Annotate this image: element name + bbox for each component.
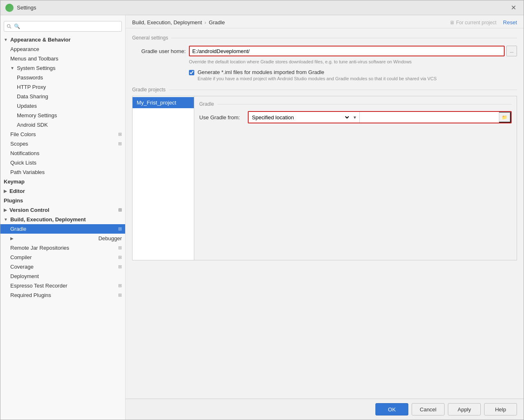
editor-collapse-icon: ▶	[4, 189, 7, 193]
build-label: Build, Execution, Deployment	[10, 216, 86, 223]
sidebar-item-path-variables[interactable]: Path Variables	[0, 167, 125, 177]
projects-list: My_Frist_project	[133, 96, 194, 260]
sidebar-item-http-proxy[interactable]: HTTP Proxy	[0, 82, 125, 92]
header-right: 🖥 For current project Reset	[449, 19, 517, 26]
gradle-user-home-browse-button[interactable]: ...	[506, 46, 517, 56]
sidebar-item-remote-jar[interactable]: Remote Jar Repositories ⊞	[0, 243, 125, 253]
dialog-body: ▼ Appearance & Behavior Appearance Menus…	[0, 15, 524, 420]
sidebar-item-compiler[interactable]: Compiler ⊞	[0, 253, 125, 262]
gradle-icon: ⊞	[118, 226, 122, 232]
help-button[interactable]: Help	[484, 403, 517, 415]
gradle-projects-section: Gradle projects My_Frist_project Gradle …	[132, 87, 517, 260]
sidebar-section-system-settings[interactable]: ▼ System Settings	[0, 63, 125, 73]
required-plugins-icon: ⊞	[118, 292, 122, 298]
sidebar-item-espresso[interactable]: Espresso Test Recorder ⊞	[0, 281, 125, 290]
use-gradle-from-select[interactable]: Specified location	[249, 112, 350, 123]
collapse-icon: ▼	[4, 37, 8, 42]
main-header: Build, Execution, Deployment › Gradle 🖥 …	[126, 15, 524, 28]
sidebar-item-updates[interactable]: Updates	[0, 101, 125, 111]
sidebar-section-keymap[interactable]: Keymap	[0, 177, 125, 186]
coverage-icon: ⊞	[118, 264, 122, 269]
compiler-icon: ⊞	[118, 255, 122, 260]
project-item[interactable]: My_Frist_project	[133, 97, 194, 108]
sidebar-item-appearance[interactable]: Appearance	[0, 44, 125, 54]
sidebar-item-quick-lists[interactable]: Quick Lists	[0, 158, 125, 167]
ok-button[interactable]: OK	[375, 403, 408, 415]
dropdown-arrow-icon: ▼	[350, 115, 359, 120]
cancel-button[interactable]: Cancel	[412, 403, 445, 415]
sidebar-item-data-sharing[interactable]: Data Sharing	[0, 92, 125, 101]
sidebar-item-debugger[interactable]: ▶ Debugger	[0, 234, 125, 243]
sidebar-section-system-settings-label: System Settings	[17, 65, 56, 71]
sidebar-item-memory-settings[interactable]: Memory Settings	[0, 111, 125, 120]
gradle-user-home-row: Gradle user home: ...	[132, 46, 517, 56]
sidebar-section-build[interactable]: ▼ Build, Execution, Deployment	[0, 215, 125, 224]
apply-button[interactable]: Apply	[448, 403, 481, 415]
reset-button[interactable]: Reset	[503, 19, 517, 26]
sidebar: ▼ Appearance & Behavior Appearance Menus…	[0, 15, 126, 420]
general-settings-label: General settings	[132, 35, 517, 41]
generate-iml-checkbox[interactable]	[189, 70, 194, 75]
gradle-from-controls: Specified location ▼ 📁	[248, 111, 512, 123]
sidebar-item-scopes[interactable]: Scopes ⊞	[0, 139, 125, 149]
debugger-collapse-icon: ▶	[10, 236, 14, 241]
breadcrumb-separator: ›	[205, 19, 206, 26]
gradle-inner-label: Gradle	[199, 101, 512, 107]
sidebar-item-required-plugins[interactable]: Required Plugins ⊞	[0, 290, 125, 300]
main-panel: Build, Execution, Deployment › Gradle 🖥 …	[126, 15, 524, 420]
sidebar-section-plugins[interactable]: Plugins	[0, 196, 125, 205]
app-icon	[5, 4, 14, 12]
breadcrumb-parent: Build, Execution, Deployment	[132, 19, 202, 26]
close-button[interactable]: ✕	[508, 3, 519, 12]
gradle-user-home-hint: Override the default location where Grad…	[189, 59, 517, 65]
sidebar-item-passwords[interactable]: Passwords	[0, 73, 125, 82]
main-content: General settings Gradle user home: ... O…	[126, 28, 524, 399]
sidebar-item-coverage[interactable]: Coverage ⊞	[0, 262, 125, 271]
gradle-path-input[interactable]	[361, 112, 499, 123]
sidebar-item-file-colors[interactable]: File Colors ⊞	[0, 130, 125, 139]
dialog-footer: OK Cancel Apply Help	[126, 399, 524, 420]
folder-icon: 📁	[502, 115, 508, 120]
keymap-label: Keymap	[4, 179, 25, 185]
plugins-label: Plugins	[4, 197, 23, 204]
dialog-title: Settings	[17, 5, 36, 11]
sidebar-item-deployment[interactable]: Deployment	[0, 271, 125, 281]
generate-iml-row: Generate *.iml files for modules importe…	[189, 69, 517, 81]
projects-container: My_Frist_project Gradle Use Gradle from:…	[132, 96, 517, 260]
sidebar-section-editor[interactable]: ▶ Editor	[0, 186, 125, 196]
gradle-user-home-input-wrap: ...	[189, 46, 517, 56]
settings-dialog: Settings ✕ ▼ Appearance & Behavior Appea…	[0, 0, 524, 420]
sidebar-section-appearance-behavior[interactable]: ▼ Appearance & Behavior	[0, 35, 125, 44]
version-control-icon: ⊞	[118, 207, 122, 213]
for-current-project: 🖥 For current project	[449, 20, 496, 26]
generate-iml-label-wrap: Generate *.iml files for modules importe…	[198, 69, 437, 81]
sidebar-section-label: Appearance & Behavior	[10, 37, 71, 43]
generate-iml-label: Generate *.iml files for modules importe…	[198, 69, 437, 75]
monitor-icon: 🖥	[449, 20, 454, 26]
sidebar-item-notifications[interactable]: Notifications	[0, 149, 125, 158]
search-input[interactable]	[4, 21, 122, 32]
search-box-wrap	[0, 19, 125, 35]
sidebar-item-gradle[interactable]: Gradle ⊞	[0, 224, 125, 234]
sidebar-item-menus-toolbars[interactable]: Menus and Toolbars	[0, 54, 125, 63]
gradle-path-wrap: 📁	[361, 112, 511, 123]
use-gradle-from-row: Use Gradle from: Specified location ▼	[199, 111, 512, 123]
title-bar: Settings ✕	[0, 0, 524, 15]
version-control-label: Version Control	[9, 207, 49, 213]
generate-iml-hint: Enable if you have a mixed project with …	[198, 76, 437, 81]
gradle-projects-label: Gradle projects	[132, 87, 517, 93]
remote-jar-icon: ⊞	[118, 245, 122, 251]
system-settings-collapse-icon: ▼	[10, 66, 14, 70]
espresso-icon: ⊞	[118, 283, 122, 288]
sidebar-item-android-sdk[interactable]: Android SDK	[0, 120, 125, 130]
gradle-select-wrap: Specified location ▼	[249, 112, 360, 123]
use-gradle-from-label: Use Gradle from:	[199, 114, 245, 121]
gradle-path-browse-button[interactable]: 📁	[499, 112, 511, 123]
gradle-user-home-input[interactable]	[189, 46, 505, 56]
gradle-settings-panel: Gradle Use Gradle from: Specified locati…	[194, 96, 517, 260]
breadcrumb: Build, Execution, Deployment › Gradle	[132, 19, 225, 26]
sidebar-section-version-control[interactable]: ▶ Version Control ⊞	[0, 205, 125, 215]
file-colors-icon: ⊞	[118, 132, 122, 137]
editor-label: Editor	[9, 188, 25, 194]
title-bar-left: Settings	[5, 4, 36, 12]
